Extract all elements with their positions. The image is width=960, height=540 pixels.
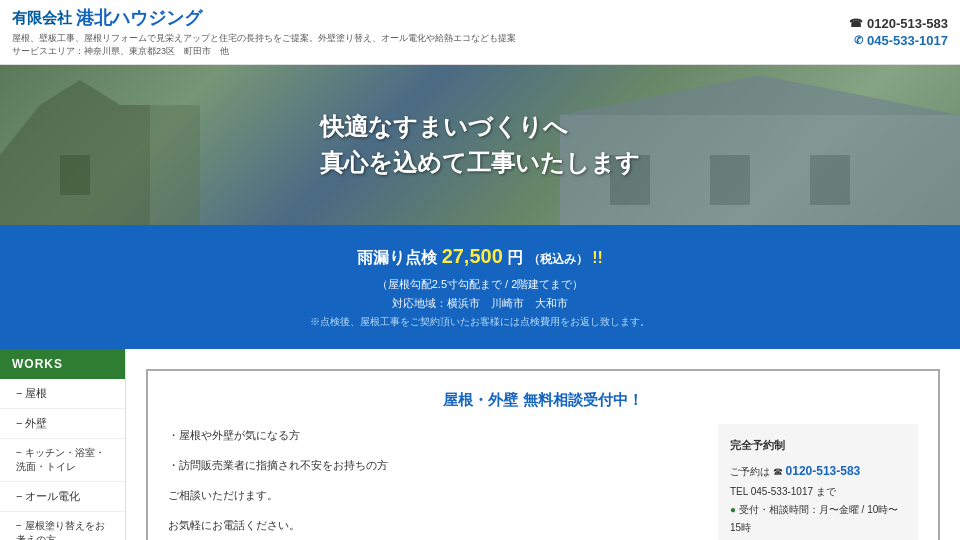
svg-marker-2 — [150, 105, 200, 225]
main-layout: WORKS − 屋根 − 外壁 − キッチン・浴室・洗面・トイレ − オール電化… — [0, 349, 960, 540]
banner-currency: 円 — [507, 249, 523, 266]
banner-section: 雨漏り点検 27,500 円 （税込み） !! （屋根勾配2.5寸勾配まで / … — [0, 225, 960, 349]
sidebar-item-electric[interactable]: − オール電化 — [0, 482, 125, 512]
consultation-right-phone-icon: ☎ — [773, 466, 783, 477]
consultation-hours-text: 受付・相談時間：月〜金曜 / 10時〜15時 — [730, 504, 898, 533]
consultation-point2: ・訪問販売業者に指摘され不安をお持ちの方 — [168, 454, 698, 476]
header: 有限会社 港北ハウジング 屋根、壁板工事、屋根リフォームで見栄えアップと住宅の長… — [0, 0, 960, 65]
header-service: サービスエリア：神奈川県、東京都23区 町田市 他 — [12, 45, 516, 58]
sidebar-item-roof[interactable]: − 屋根 — [0, 379, 125, 409]
phone-icon: ☎ — [849, 17, 863, 30]
consultation-reserve-label: ご予約は — [730, 466, 770, 477]
header-fax: ✆ 045-533-1017 — [854, 33, 948, 48]
sidebar-item-electric-label: − オール電化 — [16, 489, 80, 504]
hero-text: 快適なすまいづくりへ 真心を込めて工事いたします — [320, 109, 640, 181]
sidebar-item-kitchen[interactable]: − キッチン・浴室・洗面・トイレ — [0, 439, 125, 482]
consultation-right: 完全予約制 ご予約は ☎ 0120-513-583 TEL 045-533-10… — [718, 424, 918, 540]
consultation-reserve: ご予約は ☎ 0120-513-583 — [730, 461, 906, 483]
consultation-point1: ・屋根や外壁が気になる方 — [168, 424, 698, 446]
consultation-right-phone: 0120-513-583 — [786, 464, 861, 478]
svg-rect-6 — [710, 155, 750, 205]
company-name: 港北ハウジング — [76, 6, 202, 30]
banner-amount: 27,500 — [442, 245, 503, 267]
banner-label: 雨漏り点検 — [357, 249, 437, 266]
hero-line1: 快適なすまいづくりへ — [320, 109, 640, 145]
banner-area: 対応地域：横浜市 川崎市 大和市 — [10, 296, 950, 311]
consultation-point3: ご相談いただけます。 — [168, 484, 698, 506]
header-tagline: 屋根、壁板工事、屋根リフォームで見栄えアップと住宅の長持ちをご提案。外壁塗り替え… — [12, 32, 516, 45]
svg-rect-7 — [810, 155, 850, 205]
consultation-title: 屋根・外壁 無料相談受付中！ — [168, 391, 918, 410]
hero-heading: 快適なすまいづくりへ 真心を込めて工事いたします — [320, 109, 640, 181]
header-left: 有限会社 港北ハウジング 屋根、壁板工事、屋根リフォームで見栄えアップと住宅の長… — [12, 6, 516, 58]
fax-icon: ✆ — [854, 34, 863, 47]
consultation-hours: ● 受付・相談時間：月〜金曜 / 10時〜15時 — [730, 501, 906, 537]
hero-house-left-deco — [0, 75, 300, 225]
hero-section: 快適なすまいづくりへ 真心を込めて工事いたします — [0, 65, 960, 225]
svg-rect-1 — [60, 155, 90, 195]
consultation-inner: ・屋根や外壁が気になる方 ・訪問販売業者に指摘され不安をお持ちの方 ご相談いただ… — [168, 424, 918, 540]
hero-line2: 真心を込めて工事いたします — [320, 145, 640, 181]
sidebar-works-title: WORKS — [0, 349, 125, 379]
sidebar-item-kitchen-label: − キッチン・浴室・洗面・トイレ — [16, 446, 113, 474]
banner-detail: （屋根勾配2.5寸勾配まで / 2階建てまで） — [10, 277, 950, 292]
consultation-right-title: 完全予約制 — [730, 436, 906, 456]
company-logo: 有限会社 港北ハウジング — [12, 6, 516, 30]
consultation-left: ・屋根や外壁が気になる方 ・訪問販売業者に指摘され不安をお持ちの方 ご相談いただ… — [168, 424, 698, 540]
banner-note: ※点検後、屋根工事をご契約頂いたお客様には点検費用をお返し致します。 — [10, 315, 950, 329]
consultation-box: 屋根・外壁 無料相談受付中！ ・屋根や外壁が気になる方 ・訪問販売業者に指摘され… — [146, 369, 940, 540]
sidebar-item-wall-label: − 外壁 — [16, 416, 47, 431]
header-phone: ☎ 0120-513-583 — [849, 16, 948, 31]
consultation-point4: お気軽にお電話ください。 — [168, 514, 698, 536]
header-right: ☎ 0120-513-583 ✆ 045-533-1017 — [849, 16, 948, 48]
sidebar: WORKS − 屋根 − 外壁 − キッチン・浴室・洗面・トイレ − オール電化… — [0, 349, 126, 540]
fax-number: 045-533-1017 — [867, 33, 948, 48]
company-type: 有限会社 — [12, 9, 72, 28]
banner-exclaim: !! — [592, 249, 603, 266]
sidebar-item-wall[interactable]: − 外壁 — [0, 409, 125, 439]
sidebar-item-repaint[interactable]: − 屋根塗り替えをお考えの方 — [0, 512, 125, 540]
banner-tax: （税込み） — [528, 252, 588, 266]
content-area: 屋根・外壁 無料相談受付中！ ・屋根や外壁が気になる方 ・訪問販売業者に指摘され… — [126, 349, 960, 540]
sidebar-item-roof-label: − 屋根 — [16, 386, 47, 401]
phone-number: 0120-513-583 — [867, 16, 948, 31]
svg-marker-0 — [0, 80, 150, 225]
sidebar-item-repaint-label: − 屋根塗り替えをお考えの方 — [16, 519, 113, 540]
consultation-tel: TEL 045-533-1017 まで — [730, 483, 906, 501]
banner-price: 雨漏り点検 27,500 円 （税込み） !! — [10, 245, 950, 269]
consultation-hours-bullet: ● — [730, 504, 736, 515]
